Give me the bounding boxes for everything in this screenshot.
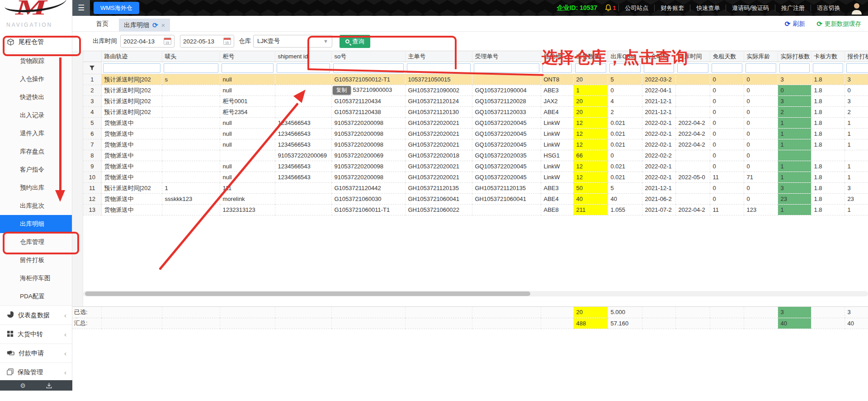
column-header[interactable]: 出库时间 <box>675 51 710 62</box>
column-header[interactable]: 实际打板数 <box>778 51 811 62</box>
column-header[interactable]: 出库CBM <box>608 51 642 62</box>
tab-close-icon[interactable]: × <box>161 21 165 29</box>
table-row[interactable]: 3预计派送时间[202柜号0001G1053721120434GH1053721… <box>83 96 868 107</box>
table-row[interactable]: 4预计派送时间[202柜号2354G1053721120438GH1053721… <box>83 107 868 118</box>
top-menu-item[interactable]: 财务账套 <box>654 5 690 11</box>
sidebar-item-留件打板[interactable]: 留件打板 <box>0 251 72 269</box>
sidebar-item-货物跟踪[interactable]: 货物跟踪 <box>0 52 72 70</box>
cell: 2022-04-2 <box>675 129 710 139</box>
column-filter-input[interactable] <box>542 63 572 73</box>
sidebar-item-tail-warehouse[interactable]: 尾程仓管 <box>0 32 72 52</box>
column-header[interactable]: 报价打板数 <box>844 51 868 62</box>
top-menu-item[interactable]: 公司站点 <box>618 5 654 11</box>
sidebar-item-退件入库[interactable]: 退件入库 <box>0 124 72 143</box>
cell: 2022-05-0 <box>675 172 710 183</box>
table-row[interactable]: 2预计派送时间[202null复制537210900003GH105372109… <box>83 85 868 96</box>
cell <box>675 107 710 118</box>
column-header[interactable]: so号 <box>331 51 405 62</box>
column-header[interactable]: 路由轨迹 <box>101 51 162 62</box>
notification-bell[interactable]: 1 <box>604 4 616 12</box>
calendar-icon[interactable] <box>164 38 171 45</box>
column-header[interactable]: 唛头 <box>162 51 220 62</box>
sidebar-item-仓库管理[interactable]: 仓库管理 <box>0 233 72 251</box>
column-header[interactable]: 主单号 <box>405 51 472 62</box>
refresh-link[interactable]: ⟳刷新 <box>785 20 805 28</box>
tab-outbound-detail[interactable]: 出库明细 ⟳ × <box>119 19 170 32</box>
horizontal-scrollbar[interactable] <box>83 291 868 296</box>
table-row[interactable]: 1预计派送时间[202snullG1053721050012-T11053721… <box>83 74 868 85</box>
column-filter-input[interactable] <box>333 63 404 73</box>
menu-toggle-icon[interactable]: ☰ <box>72 0 90 16</box>
column-filter-input[interactable] <box>575 63 606 73</box>
top-menu-item[interactable]: 推广注册 <box>775 5 811 11</box>
wms-app-button[interactable]: WMS海外仓 <box>94 2 139 14</box>
sidebar-item-出入记录[interactable]: 出入记录 <box>0 106 72 124</box>
sidebar-item-dashboard-data[interactable]: 仪表盘数据‹ <box>0 306 72 325</box>
top-menu-item[interactable]: 邀请码/验证码 <box>726 5 775 11</box>
column-header[interactable]: 入仓时间 <box>642 51 675 62</box>
column-header[interactable]: 柜号 <box>220 51 275 62</box>
sidebar-item-客户指令[interactable]: 客户指令 <box>0 161 72 179</box>
column-header[interactable]: 卡板方数 <box>811 51 844 62</box>
column-filter-input[interactable] <box>846 63 868 73</box>
date-to-input[interactable]: 2022-05-13 <box>180 35 234 48</box>
sidebar-item-payment-request[interactable]: 付款申请‹ <box>0 344 72 363</box>
sidebar-item-bulk-transfer[interactable]: 大货中转‹ <box>0 325 72 344</box>
column-filter-input[interactable] <box>677 63 708 73</box>
column-header[interactable]: shipment id <box>275 51 331 62</box>
tab-refresh-icon[interactable]: ⟳ <box>152 21 158 29</box>
scrollbar-thumb[interactable] <box>85 291 530 296</box>
download-icon[interactable] <box>46 382 52 389</box>
column-filter-input[interactable] <box>222 63 274 73</box>
column-filter-input[interactable] <box>277 63 330 73</box>
sidebar-item-出库明细[interactable]: 出库明细 <box>0 215 72 233</box>
copy-tooltip[interactable]: 复制 <box>333 86 351 95</box>
settings-gear-icon[interactable]: ⚙ <box>20 382 26 389</box>
table-row[interactable]: 11预计派送时间[2021111G1053721120442GH10537211… <box>83 183 868 194</box>
column-filter-input[interactable] <box>164 63 218 73</box>
calendar-icon[interactable] <box>223 38 231 45</box>
summary-cell: 3 <box>844 307 868 318</box>
date-from-input[interactable]: 2022-04-13 <box>120 35 175 48</box>
cell: LinkW <box>541 172 573 183</box>
column-header[interactable]: 目的地 <box>541 51 573 62</box>
user-avatar[interactable] <box>851 2 863 14</box>
table-row[interactable]: 9货物派送中null1234566543910537220200098GH105… <box>83 161 868 172</box>
column-header[interactable]: 受理单号 <box>472 51 541 62</box>
column-filter-input[interactable] <box>712 63 742 73</box>
column-filter-input[interactable] <box>745 63 776 73</box>
table-row[interactable]: 6货物派送中null1234566543910537220200098GH105… <box>83 129 868 139</box>
update-cache-link[interactable]: ⟳更新数据缓存 <box>816 20 861 28</box>
column-filter-input[interactable] <box>813 63 843 73</box>
sidebar-item-海柜停车图[interactable]: 海柜停车图 <box>0 269 72 287</box>
column-filter-input[interactable] <box>474 63 539 73</box>
column-header[interactable]: 出货数量 <box>573 51 608 62</box>
sidebar-item-出库批次[interactable]: 出库批次 <box>0 197 72 215</box>
column-filter-input[interactable] <box>609 63 641 73</box>
table-row[interactable]: 13货物派送中1232313123G1053721060011-T1GH1053… <box>83 205 868 215</box>
table-row[interactable]: 8货物派送中910537220200069910537220200069GH10… <box>83 150 868 161</box>
search-button[interactable]: 查询 <box>340 35 370 48</box>
table-row[interactable]: 12货物派送中ssskkk123morelinkG1053721060030GH… <box>83 194 868 205</box>
top-menu-item[interactable]: 快速查单 <box>690 5 726 11</box>
column-filter-input[interactable] <box>779 63 810 73</box>
warehouse-select[interactable]: LJK壹号 ▼ <box>253 35 332 48</box>
table-row[interactable]: 7货物派送中null1234566543910537220200098GH105… <box>83 139 868 150</box>
top-menu-item[interactable]: 语言切换 <box>811 5 846 11</box>
sidebar-item-快进快出[interactable]: 快进快出 <box>0 88 72 106</box>
column-header[interactable]: 实际库龄 <box>744 51 778 62</box>
sidebar-item-库存盘点[interactable]: 库存盘点 <box>0 143 72 161</box>
sidebar-item-insurance-management[interactable]: 保险管理‹ <box>0 363 72 382</box>
sidebar-item-入仓操作[interactable]: 入仓操作 <box>0 70 72 88</box>
column-filter-input[interactable] <box>103 63 160 73</box>
filter-funnel-icon[interactable] <box>90 66 94 71</box>
tab-home[interactable]: 首页 <box>96 16 108 32</box>
column-filter-input[interactable] <box>407 63 471 73</box>
table-row[interactable]: 5货物派送中null1234566543910537220200098GH105… <box>83 118 868 129</box>
cell: 预计派送时间[202 <box>101 107 162 118</box>
column-filter-input[interactable] <box>644 63 674 73</box>
sidebar-item-PDA配置[interactable]: PDA配置 <box>0 287 72 306</box>
column-header[interactable]: 免租天数 <box>710 51 744 62</box>
table-row[interactable]: 10货物派送中null1234566543910537220200098GH10… <box>83 172 868 183</box>
sidebar-item-预约出库[interactable]: 预约出库 <box>0 179 72 197</box>
